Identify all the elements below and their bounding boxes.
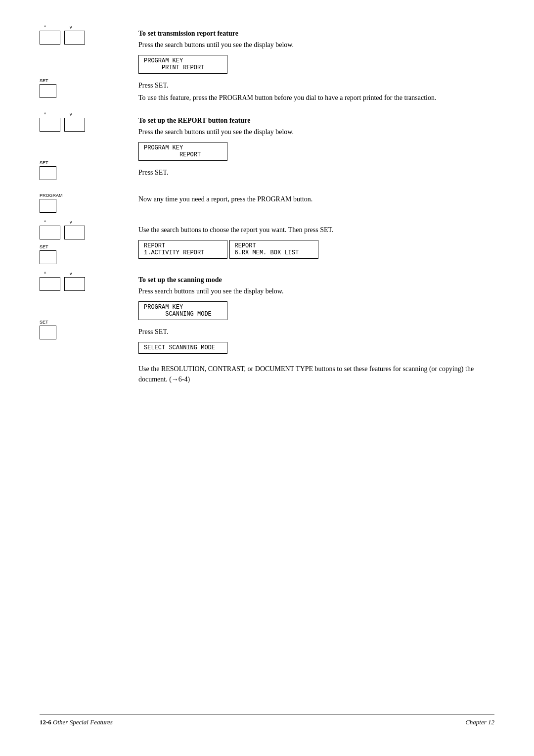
- intro-text-2: Press the search buttons until you see t…: [138, 127, 494, 137]
- right-col-4: Use the search buttons to choose the rep…: [138, 225, 494, 262]
- display-box-2: PROGRAM KEY REPORT: [138, 142, 227, 161]
- down-label-5: v: [70, 271, 72, 276]
- section-report-button: ^ v SET To set up the REPORT button feat…: [40, 117, 494, 180]
- display-box-5b: SELECT SCANNING MODE: [138, 342, 227, 354]
- set-label-2: SET: [40, 160, 48, 165]
- down-arrow-btn-1[interactable]: v: [64, 31, 85, 45]
- down-label-2: v: [70, 112, 72, 117]
- set-btn-4[interactable]: [40, 250, 56, 264]
- set-btn-wrapper-2: SET: [40, 160, 56, 180]
- set-label-1: SET: [40, 78, 48, 83]
- footer: 12-6 Other Special Features Chapter 12: [40, 714, 494, 726]
- content-area: ^ v SET To set tr: [40, 30, 494, 398]
- up-arrow-btn-2[interactable]: ^: [40, 118, 60, 132]
- left-col-3: PROGRAM: [40, 192, 138, 213]
- right-col-1: To set transmission report feature Press…: [138, 30, 494, 105]
- display-line-5a1: PROGRAM KEY: [144, 304, 222, 311]
- display-line-4b2: 6.RX MEM. BOX LIST: [235, 249, 313, 256]
- display-line-4b1: REPORT: [235, 242, 313, 249]
- up-label-4: ^: [44, 220, 46, 225]
- arrow-btn-pair-5: ^ v: [40, 277, 85, 291]
- after-text-5: Use the RESOLUTION, CONTRAST, or DOCUMEN…: [138, 364, 494, 384]
- footer-right: Chapter 12: [465, 718, 494, 726]
- up-label-5: ^: [44, 271, 46, 276]
- down-label-1: v: [70, 25, 72, 30]
- display-line-5b1: SELECT SCANNING MODE: [144, 344, 222, 351]
- display-line-1a: PROGRAM KEY: [144, 57, 222, 64]
- right-col-2: To set up the REPORT button feature Pres…: [138, 117, 494, 180]
- set-btn-2[interactable]: [40, 166, 56, 180]
- up-arrow-btn-1[interactable]: ^: [40, 31, 60, 45]
- intro-text-1: Press the search buttons until you see t…: [138, 40, 494, 50]
- left-col-4: ^ v SET: [40, 225, 138, 264]
- down-label-4: v: [70, 220, 72, 225]
- display-box-4a: REPORT 1.ACTIVITY REPORT: [138, 240, 227, 259]
- intro-text-4: Use the search buttons to choose the rep…: [138, 225, 494, 235]
- footer-section-name: Other Special Features: [53, 718, 113, 726]
- set-btn-5[interactable]: [40, 326, 56, 339]
- display-line-5a2: SCANNING MODE: [144, 311, 222, 318]
- set-btn-wrapper-4: SET: [40, 244, 56, 264]
- section-choose-report: ^ v SET Use the search buttons to choose…: [40, 225, 494, 264]
- intro-text-5: Press search buttons until you see the d…: [138, 286, 494, 296]
- up-arrow-btn-4[interactable]: ^: [40, 226, 60, 239]
- display-box-5a: PROGRAM KEY SCANNING MODE: [138, 301, 227, 320]
- arrow-btn-pair-2: ^ v: [40, 118, 85, 132]
- press-set-5: Press SET.: [138, 328, 494, 336]
- up-arrow-btn-5[interactable]: ^: [40, 277, 60, 291]
- display-box-4b: REPORT 6.RX MEM. BOX LIST: [229, 240, 318, 259]
- down-arrow-btn-4[interactable]: v: [64, 226, 85, 239]
- section-title-2: To set up the REPORT button feature: [138, 117, 494, 125]
- program-label: PROGRAM: [40, 193, 63, 198]
- set-btn-wrapper-5: SET: [40, 320, 56, 339]
- set-label-5: SET: [40, 320, 48, 325]
- after-text-1: To use this feature, press the PROGRAM b…: [138, 93, 494, 103]
- section-program-now: PROGRAM Now any time you need a report, …: [40, 192, 494, 213]
- program-btn[interactable]: [40, 199, 56, 213]
- set-btn-wrapper-1: SET: [40, 78, 56, 98]
- press-set-1: Press SET.: [138, 82, 494, 90]
- arrow-btn-pair-4: ^ v: [40, 226, 85, 239]
- down-arrow-btn-5[interactable]: v: [64, 277, 85, 291]
- display-line-2b: REPORT: [144, 151, 222, 158]
- section-scanning-mode: ^ v SET To set up the scanning mode Pre: [40, 276, 494, 386]
- footer-left: 12-6 Other Special Features: [40, 718, 113, 726]
- arrow-btn-pair-1: ^ v: [40, 31, 85, 45]
- after-text-3: Now any time you need a report, press th…: [138, 194, 494, 204]
- right-col-5: To set up the scanning mode Press search…: [138, 276, 494, 386]
- display-line-4a2: 1.ACTIVITY REPORT: [144, 249, 222, 256]
- program-btn-wrapper: PROGRAM: [40, 193, 63, 213]
- section-transmission-report: ^ v SET To set tr: [40, 30, 494, 105]
- press-set-2: Press SET.: [138, 169, 494, 177]
- display-box-1: PROGRAM KEY PRINT REPORT: [138, 55, 227, 74]
- up-label-1: ^: [44, 25, 46, 30]
- set-btn-1[interactable]: [40, 84, 56, 98]
- display-line-2a: PROGRAM KEY: [144, 144, 222, 151]
- up-label-2: ^: [44, 112, 46, 117]
- display-line-1b: PRINT REPORT: [144, 64, 222, 71]
- footer-page-num: 12-6: [40, 718, 51, 726]
- left-col-2: ^ v SET: [40, 117, 138, 180]
- footer-chapter: Chapter 12: [465, 718, 494, 726]
- left-col-1: ^ v SET: [40, 30, 138, 98]
- set-label-4: SET: [40, 244, 48, 249]
- section-title-5: To set up the scanning mode: [138, 276, 494, 284]
- down-arrow-btn-2[interactable]: v: [64, 118, 85, 132]
- left-col-5: ^ v SET: [40, 276, 138, 339]
- page: ^ v SET To set tr: [0, 0, 534, 756]
- section-title-1: To set transmission report feature: [138, 30, 494, 38]
- right-col-3: Now any time you need a report, press th…: [138, 192, 494, 206]
- display-line-4a1: REPORT: [144, 242, 222, 249]
